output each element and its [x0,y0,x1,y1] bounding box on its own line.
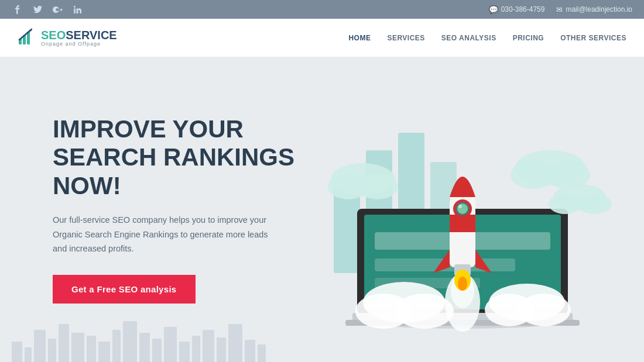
svg-point-42 [577,194,612,214]
logo-tagline: Onpage and Offpage [41,42,117,47]
contact-info: 💬 030-386-4759 ✉ mail@leadinjection.io [489,5,632,14]
svg-point-36 [458,205,462,208]
navigation: SEOSERVICE Onpage and Offpage HOME SERVI… [0,19,644,57]
linkedin-icon[interactable] [71,4,83,15]
twitter-icon[interactable] [32,4,43,15]
logo-brand: SEOSERVICE [41,29,117,42]
hero-illustration [316,74,621,349]
svg-point-39 [458,277,467,291]
hero-section: IMPROVE YOUR SEARCH RANKINGS NOW! Our fu… [0,57,644,362]
nav-links: HOME SERVICES SEO ANALYSIS PRICING OTHER… [348,34,626,42]
logo-icon [18,27,36,49]
nav-other-services[interactable]: OTHER SERVICES [560,34,626,42]
googleplus-icon[interactable] [52,4,63,15]
nav-services[interactable]: SERVICES [387,34,424,42]
nav-home[interactable]: HOME [348,34,371,42]
svg-point-35 [457,204,468,214]
top-bar: 💬 030-386-4759 ✉ mail@leadinjection.io [0,0,644,19]
facebook-icon[interactable] [12,4,23,15]
hero-title: IMPROVE YOUR SEARCH RANKINGS NOW! [53,115,304,200]
email-icon: ✉ [556,5,563,14]
phone-contact: 💬 030-386-4759 [489,5,545,14]
phone-number: 030-386-4759 [501,5,545,13]
city-skyline [0,309,644,362]
nav-pricing[interactable]: PRICING [513,34,544,42]
logo: SEOSERVICE Onpage and Offpage [18,27,117,49]
svg-point-41 [549,194,581,214]
hero-content: IMPROVE YOUR SEARCH RANKINGS NOW! Our fu… [0,115,304,304]
nav-seo-analysis[interactable]: SEO ANALYSIS [441,34,496,42]
hero-description: Our full-service SEO company helps you t… [53,213,275,256]
phone-icon: 💬 [489,5,498,14]
svg-point-10 [357,174,398,199]
cta-button[interactable]: Get a Free SEO analysis [53,275,196,304]
email-contact: ✉ mail@leadinjection.io [556,5,632,14]
social-links [12,4,83,15]
email-address: mail@leadinjection.io [566,5,632,13]
logo-text: SEOSERVICE Onpage and Offpage [41,29,117,47]
